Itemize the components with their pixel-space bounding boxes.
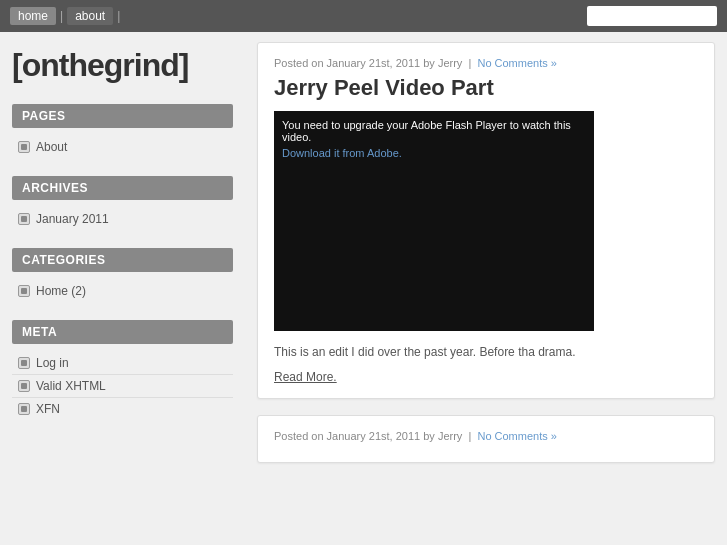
sidebar-section-meta: META Log in Valid XHTML XFN [12, 320, 233, 420]
post-title: Jerry Peel Video Part [274, 75, 698, 101]
post-date-2: Posted on January 21st, 2011 by Jerry [274, 430, 462, 442]
sidebar-header-archives: ARCHIVES [12, 176, 233, 200]
list-item: XFN [12, 398, 233, 420]
archive-icon [18, 213, 30, 225]
meta-icon-xfn [18, 403, 30, 415]
list-item: January 2011 [12, 208, 233, 230]
sidebar-link-about[interactable]: About [36, 140, 67, 154]
post-card: Posted on January 21st, 2011 by Jerry | … [257, 415, 715, 463]
list-item: Home (2) [12, 280, 233, 302]
site-title: [onthegrind] [12, 47, 233, 84]
sidebar-header-meta: META [12, 320, 233, 344]
category-icon [18, 285, 30, 297]
meta-icon-login [18, 357, 30, 369]
post-date: Posted on January 21st, 2011 by Jerry [274, 57, 462, 69]
nav-about[interactable]: about [67, 7, 113, 25]
nav-home[interactable]: home [10, 7, 56, 25]
video-link-text: Download it from Adobe. [282, 147, 402, 159]
post-meta: Posted on January 21st, 2011 by Jerry | … [274, 430, 698, 442]
list-item: About [12, 136, 233, 158]
sidebar-header-pages: PAGES [12, 104, 233, 128]
search-input[interactable] [587, 6, 717, 26]
sidebar-section-pages: PAGES About [12, 104, 233, 158]
page-icon [18, 141, 30, 153]
post-excerpt: This is an edit I did over the past year… [274, 343, 698, 361]
post-comments-link-2[interactable]: No Comments » [477, 430, 556, 442]
video-notice: You need to upgrade your Adobe Flash Pla… [282, 119, 586, 143]
sidebar-link-jan2011[interactable]: January 2011 [36, 212, 109, 226]
post-card: Posted on January 21st, 2011 by Jerry | … [257, 42, 715, 399]
sidebar-section-categories: CATEGORIES Home (2) [12, 248, 233, 302]
read-more-link[interactable]: Read More. [274, 370, 337, 384]
nav-sep-2: | [117, 9, 120, 23]
nav-sep-1: | [60, 9, 63, 23]
sidebar-link-xhtml[interactable]: Valid XHTML [36, 379, 106, 393]
video-download-link[interactable]: Download it from Adobe. [282, 147, 402, 159]
nav-links: home | about | [10, 7, 124, 25]
post-comments-link[interactable]: No Comments » [477, 57, 556, 69]
top-navigation: home | about | [0, 0, 727, 32]
main-content: Posted on January 21st, 2011 by Jerry | … [245, 32, 727, 489]
post-meta: Posted on January 21st, 2011 by Jerry | … [274, 57, 698, 69]
sidebar: [onthegrind] PAGES About ARCHIVES Januar… [0, 32, 245, 489]
sidebar-link-home-cat[interactable]: Home (2) [36, 284, 86, 298]
sidebar-section-archives: ARCHIVES January 2011 [12, 176, 233, 230]
video-placeholder: You need to upgrade your Adobe Flash Pla… [274, 111, 594, 331]
sidebar-header-categories: CATEGORIES [12, 248, 233, 272]
list-item: Log in [12, 352, 233, 375]
meta-icon-xhtml [18, 380, 30, 392]
sidebar-link-xfn[interactable]: XFN [36, 402, 60, 416]
list-item: Valid XHTML [12, 375, 233, 398]
layout: [onthegrind] PAGES About ARCHIVES Januar… [0, 32, 727, 489]
sidebar-link-login[interactable]: Log in [36, 356, 69, 370]
